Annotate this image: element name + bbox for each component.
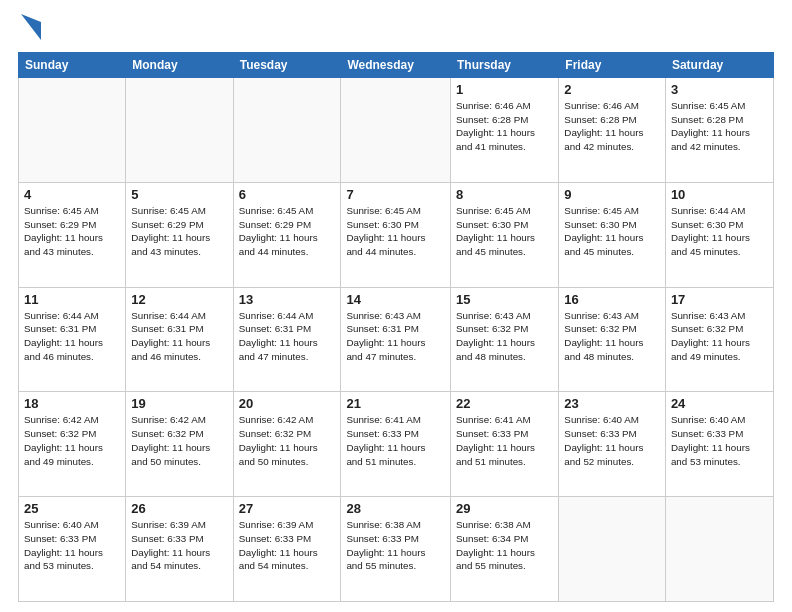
day-info: Sunrise: 6:43 AM Sunset: 6:32 PM Dayligh… (456, 309, 553, 364)
day-info: Sunrise: 6:44 AM Sunset: 6:31 PM Dayligh… (131, 309, 227, 364)
day-number: 20 (239, 396, 336, 411)
day-cell: 9Sunrise: 6:45 AM Sunset: 6:30 PM Daylig… (559, 182, 666, 287)
col-header-friday: Friday (559, 53, 666, 78)
day-number: 26 (131, 501, 227, 516)
day-info: Sunrise: 6:42 AM Sunset: 6:32 PM Dayligh… (24, 413, 120, 468)
day-cell: 4Sunrise: 6:45 AM Sunset: 6:29 PM Daylig… (19, 182, 126, 287)
day-info: Sunrise: 6:43 AM Sunset: 6:31 PM Dayligh… (346, 309, 445, 364)
day-cell: 1Sunrise: 6:46 AM Sunset: 6:28 PM Daylig… (451, 78, 559, 183)
day-number: 28 (346, 501, 445, 516)
day-cell: 26Sunrise: 6:39 AM Sunset: 6:33 PM Dayli… (126, 497, 233, 602)
day-cell (665, 497, 773, 602)
day-number: 8 (456, 187, 553, 202)
day-info: Sunrise: 6:42 AM Sunset: 6:32 PM Dayligh… (131, 413, 227, 468)
day-cell: 15Sunrise: 6:43 AM Sunset: 6:32 PM Dayli… (451, 287, 559, 392)
day-cell: 20Sunrise: 6:42 AM Sunset: 6:32 PM Dayli… (233, 392, 341, 497)
day-number: 6 (239, 187, 336, 202)
day-number: 14 (346, 292, 445, 307)
week-row-0: 1Sunrise: 6:46 AM Sunset: 6:28 PM Daylig… (19, 78, 774, 183)
day-info: Sunrise: 6:45 AM Sunset: 6:30 PM Dayligh… (456, 204, 553, 259)
calendar-table: SundayMondayTuesdayWednesdayThursdayFrid… (18, 52, 774, 602)
day-cell (341, 78, 451, 183)
day-cell: 19Sunrise: 6:42 AM Sunset: 6:32 PM Dayli… (126, 392, 233, 497)
day-cell (126, 78, 233, 183)
day-number: 1 (456, 82, 553, 97)
col-header-saturday: Saturday (665, 53, 773, 78)
col-header-wednesday: Wednesday (341, 53, 451, 78)
day-info: Sunrise: 6:44 AM Sunset: 6:31 PM Dayligh… (239, 309, 336, 364)
day-cell: 13Sunrise: 6:44 AM Sunset: 6:31 PM Dayli… (233, 287, 341, 392)
day-cell: 10Sunrise: 6:44 AM Sunset: 6:30 PM Dayli… (665, 182, 773, 287)
week-row-2: 11Sunrise: 6:44 AM Sunset: 6:31 PM Dayli… (19, 287, 774, 392)
day-cell: 23Sunrise: 6:40 AM Sunset: 6:33 PM Dayli… (559, 392, 666, 497)
day-info: Sunrise: 6:44 AM Sunset: 6:30 PM Dayligh… (671, 204, 768, 259)
day-info: Sunrise: 6:39 AM Sunset: 6:33 PM Dayligh… (131, 518, 227, 573)
day-info: Sunrise: 6:45 AM Sunset: 6:30 PM Dayligh… (346, 204, 445, 259)
day-number: 29 (456, 501, 553, 516)
day-number: 24 (671, 396, 768, 411)
day-cell: 27Sunrise: 6:39 AM Sunset: 6:33 PM Dayli… (233, 497, 341, 602)
day-cell: 22Sunrise: 6:41 AM Sunset: 6:33 PM Dayli… (451, 392, 559, 497)
day-number: 19 (131, 396, 227, 411)
day-cell: 5Sunrise: 6:45 AM Sunset: 6:29 PM Daylig… (126, 182, 233, 287)
day-info: Sunrise: 6:40 AM Sunset: 6:33 PM Dayligh… (24, 518, 120, 573)
col-header-thursday: Thursday (451, 53, 559, 78)
day-number: 15 (456, 292, 553, 307)
week-row-1: 4Sunrise: 6:45 AM Sunset: 6:29 PM Daylig… (19, 182, 774, 287)
day-info: Sunrise: 6:39 AM Sunset: 6:33 PM Dayligh… (239, 518, 336, 573)
day-cell: 29Sunrise: 6:38 AM Sunset: 6:34 PM Dayli… (451, 497, 559, 602)
day-cell (559, 497, 666, 602)
day-cell: 3Sunrise: 6:45 AM Sunset: 6:28 PM Daylig… (665, 78, 773, 183)
day-number: 4 (24, 187, 120, 202)
day-cell: 11Sunrise: 6:44 AM Sunset: 6:31 PM Dayli… (19, 287, 126, 392)
day-number: 3 (671, 82, 768, 97)
day-number: 25 (24, 501, 120, 516)
day-cell: 14Sunrise: 6:43 AM Sunset: 6:31 PM Dayli… (341, 287, 451, 392)
day-info: Sunrise: 6:40 AM Sunset: 6:33 PM Dayligh… (564, 413, 660, 468)
svg-marker-0 (21, 14, 41, 40)
day-info: Sunrise: 6:45 AM Sunset: 6:29 PM Dayligh… (24, 204, 120, 259)
day-number: 5 (131, 187, 227, 202)
week-row-4: 25Sunrise: 6:40 AM Sunset: 6:33 PM Dayli… (19, 497, 774, 602)
day-number: 23 (564, 396, 660, 411)
page: SundayMondayTuesdayWednesdayThursdayFrid… (0, 0, 792, 612)
day-cell: 25Sunrise: 6:40 AM Sunset: 6:33 PM Dayli… (19, 497, 126, 602)
day-info: Sunrise: 6:44 AM Sunset: 6:31 PM Dayligh… (24, 309, 120, 364)
day-number: 9 (564, 187, 660, 202)
day-info: Sunrise: 6:46 AM Sunset: 6:28 PM Dayligh… (564, 99, 660, 154)
day-info: Sunrise: 6:43 AM Sunset: 6:32 PM Dayligh… (564, 309, 660, 364)
day-number: 7 (346, 187, 445, 202)
day-info: Sunrise: 6:45 AM Sunset: 6:29 PM Dayligh… (239, 204, 336, 259)
col-header-sunday: Sunday (19, 53, 126, 78)
day-info: Sunrise: 6:45 AM Sunset: 6:30 PM Dayligh… (564, 204, 660, 259)
day-number: 11 (24, 292, 120, 307)
day-cell: 2Sunrise: 6:46 AM Sunset: 6:28 PM Daylig… (559, 78, 666, 183)
day-cell: 28Sunrise: 6:38 AM Sunset: 6:33 PM Dayli… (341, 497, 451, 602)
day-info: Sunrise: 6:42 AM Sunset: 6:32 PM Dayligh… (239, 413, 336, 468)
col-header-tuesday: Tuesday (233, 53, 341, 78)
day-number: 27 (239, 501, 336, 516)
logo-icon (21, 14, 41, 44)
day-info: Sunrise: 6:40 AM Sunset: 6:33 PM Dayligh… (671, 413, 768, 468)
day-info: Sunrise: 6:45 AM Sunset: 6:28 PM Dayligh… (671, 99, 768, 154)
day-info: Sunrise: 6:46 AM Sunset: 6:28 PM Dayligh… (456, 99, 553, 154)
day-info: Sunrise: 6:43 AM Sunset: 6:32 PM Dayligh… (671, 309, 768, 364)
day-info: Sunrise: 6:41 AM Sunset: 6:33 PM Dayligh… (456, 413, 553, 468)
day-info: Sunrise: 6:38 AM Sunset: 6:34 PM Dayligh… (456, 518, 553, 573)
day-number: 12 (131, 292, 227, 307)
day-cell: 8Sunrise: 6:45 AM Sunset: 6:30 PM Daylig… (451, 182, 559, 287)
day-number: 17 (671, 292, 768, 307)
day-info: Sunrise: 6:45 AM Sunset: 6:29 PM Dayligh… (131, 204, 227, 259)
week-row-3: 18Sunrise: 6:42 AM Sunset: 6:32 PM Dayli… (19, 392, 774, 497)
day-number: 13 (239, 292, 336, 307)
day-cell: 24Sunrise: 6:40 AM Sunset: 6:33 PM Dayli… (665, 392, 773, 497)
day-number: 16 (564, 292, 660, 307)
day-cell: 6Sunrise: 6:45 AM Sunset: 6:29 PM Daylig… (233, 182, 341, 287)
logo-area (18, 16, 41, 44)
day-info: Sunrise: 6:41 AM Sunset: 6:33 PM Dayligh… (346, 413, 445, 468)
day-cell (19, 78, 126, 183)
day-number: 18 (24, 396, 120, 411)
header (18, 16, 774, 44)
day-cell: 21Sunrise: 6:41 AM Sunset: 6:33 PM Dayli… (341, 392, 451, 497)
day-cell: 18Sunrise: 6:42 AM Sunset: 6:32 PM Dayli… (19, 392, 126, 497)
